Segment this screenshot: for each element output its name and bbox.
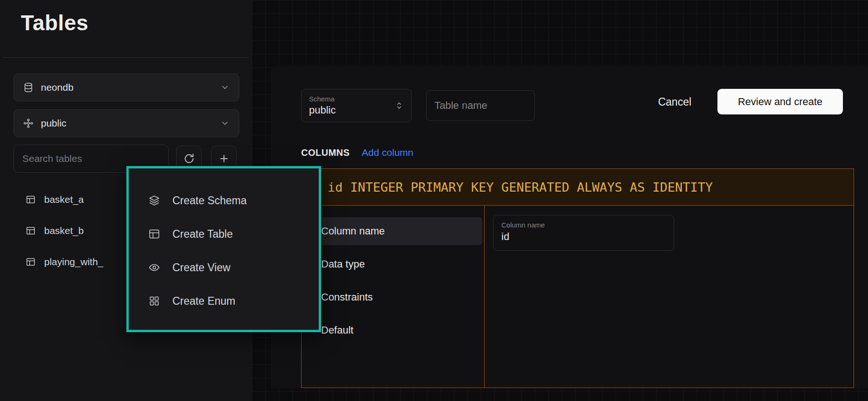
columns-label: COLUMNS: [301, 147, 350, 158]
table-icon: [148, 228, 160, 240]
schema-sidebar-value: public: [41, 118, 66, 129]
menu-item-create-schema[interactable]: Create Schema: [129, 184, 319, 217]
add-column-link[interactable]: Add column: [362, 147, 414, 158]
layers-icon: [148, 194, 160, 207]
column-name-field-value: id: [501, 231, 666, 243]
database-icon: [23, 82, 33, 93]
editor-row-label: Constraints: [321, 291, 373, 303]
refresh-icon: [184, 153, 195, 164]
column-name-field[interactable]: Column name id: [493, 215, 674, 251]
editor-row-column-name[interactable]: Column name: [303, 217, 482, 245]
app-window: Schema public Cancel Review and create C…: [0, 0, 868, 401]
column-name-field-label: Column name: [501, 221, 666, 229]
menu-item-create-table[interactable]: Create Table: [129, 217, 319, 251]
review-and-create-button[interactable]: Review and create: [717, 89, 843, 114]
editor-row-constraints[interactable]: Constraints: [303, 283, 482, 311]
chevron-down-icon: [220, 83, 230, 92]
table-name: basket_a: [44, 194, 84, 205]
column-editor: Column name Data type Constraints Defaul…: [301, 205, 854, 388]
editor-row-label: Default: [321, 324, 354, 336]
divider: [3, 57, 249, 58]
cancel-button[interactable]: Cancel: [647, 90, 703, 114]
table-icon: [26, 257, 36, 267]
menu-item-label: Create Table: [172, 228, 233, 241]
column-editor-nav: Column name Data type Constraints Defaul…: [302, 205, 485, 388]
schema-select-label: Schema: [309, 95, 335, 103]
plus-icon: [218, 153, 230, 164]
columns-header: COLUMNS Add column: [301, 147, 414, 158]
database-select-value: neondb: [41, 82, 73, 93]
column-sql-bar[interactable]: id INTEGER PRIMARY KEY GENERATED ALWAYS …: [301, 168, 854, 206]
menu-item-label: Create Schema: [172, 194, 247, 207]
chevron-updown-icon: [395, 101, 404, 110]
schema-icon: [23, 118, 33, 128]
table-name: basket_b: [44, 225, 84, 236]
editor-row-default[interactable]: Default: [303, 316, 482, 344]
menu-item-create-enum[interactable]: Create Enum: [129, 284, 319, 318]
schema-sidebar-select[interactable]: public: [13, 109, 239, 137]
schema-select-value: public: [309, 104, 335, 116]
editor-row-data-type[interactable]: Data type: [303, 250, 482, 278]
column-sql-text: id INTEGER PRIMARY KEY GENERATED ALWAYS …: [328, 180, 713, 194]
table-icon: [26, 226, 36, 236]
editor-row-label: Column name: [321, 225, 385, 237]
editor-row-label: Data type: [321, 258, 365, 270]
grid-icon: [148, 295, 160, 307]
eye-icon: [148, 261, 160, 274]
create-menu: Create Schema Create Table Create View C…: [126, 166, 321, 332]
menu-item-create-view[interactable]: Create View: [129, 251, 319, 284]
column-editor-detail: Column name id: [485, 205, 854, 388]
table-name: playing_with_: [44, 256, 103, 267]
menu-item-label: Create View: [172, 261, 230, 274]
table-icon: [26, 194, 36, 205]
table-name-input[interactable]: [426, 90, 535, 121]
page-title: Tables: [21, 10, 88, 35]
schema-select[interactable]: Schema public: [301, 89, 412, 122]
database-select[interactable]: neondb: [13, 74, 239, 101]
chevron-down-icon: [220, 119, 230, 128]
menu-item-label: Create Enum: [172, 295, 236, 307]
